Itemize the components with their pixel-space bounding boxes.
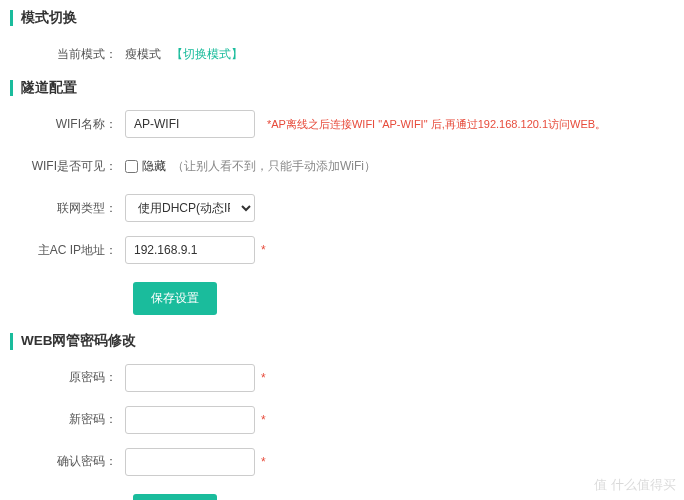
wifi-hidden-checkbox-label: 隐藏 [142, 158, 166, 175]
ac-ip-label: 主AC IP地址： [10, 242, 125, 259]
current-mode-row: 当前模式： 瘦模式 【切换模式】 [10, 40, 674, 68]
original-pwd-row: 原密码： * [10, 364, 674, 392]
network-type-select[interactable]: 使用DHCP(动态IP) [125, 194, 255, 222]
wifi-name-input[interactable] [125, 110, 255, 138]
network-type-row: 联网类型： 使用DHCP(动态IP) [10, 194, 674, 222]
confirm-pwd-input[interactable] [125, 448, 255, 476]
password-save-button[interactable]: 保存设置 [133, 494, 217, 500]
network-type-label: 联网类型： [10, 200, 125, 217]
ac-ip-row: 主AC IP地址： * [10, 236, 674, 264]
confirm-pwd-row: 确认密码： * [10, 448, 674, 476]
tunnel-config-title: 隧道配置 [10, 80, 674, 96]
wifi-name-row: WIFI名称： *AP离线之后连接WIFI "AP-WIFI" 后,再通过192… [10, 110, 674, 138]
original-pwd-input[interactable] [125, 364, 255, 392]
mode-switch-title: 模式切换 [10, 10, 674, 26]
wifi-hidden-checkbox[interactable] [125, 160, 138, 173]
mode-switch-section: 模式切换 当前模式： 瘦模式 【切换模式】 [10, 10, 674, 68]
wifi-visible-row: WIFI是否可见： 隐藏 （让别人看不到，只能手动添加WiFi） [10, 152, 674, 180]
switch-mode-link[interactable]: 【切换模式】 [171, 46, 243, 63]
required-star: * [261, 413, 266, 427]
wifi-hidden-hint: （让别人看不到，只能手动添加WiFi） [172, 158, 376, 175]
wifi-name-label: WIFI名称： [10, 116, 125, 133]
new-pwd-input[interactable] [125, 406, 255, 434]
required-star: * [261, 455, 266, 469]
tunnel-save-button[interactable]: 保存设置 [133, 282, 217, 315]
required-star: * [261, 243, 266, 257]
confirm-pwd-label: 确认密码： [10, 453, 125, 470]
wifi-name-hint: *AP离线之后连接WIFI "AP-WIFI" 后,再通过192.168.120… [267, 117, 606, 132]
password-change-title: WEB网管密码修改 [10, 333, 674, 349]
new-pwd-label: 新密码： [10, 411, 125, 428]
password-change-section: WEB网管密码修改 原密码： * 新密码： * 确认密码： * 保存设置 [10, 333, 674, 500]
tunnel-config-section: 隧道配置 WIFI名称： *AP离线之后连接WIFI "AP-WIFI" 后,再… [10, 80, 674, 329]
wifi-visible-label: WIFI是否可见： [10, 158, 125, 175]
current-mode-value: 瘦模式 [125, 46, 161, 63]
current-mode-label: 当前模式： [10, 46, 125, 63]
original-pwd-label: 原密码： [10, 369, 125, 386]
ac-ip-input[interactable] [125, 236, 255, 264]
new-pwd-row: 新密码： * [10, 406, 674, 434]
required-star: * [261, 371, 266, 385]
